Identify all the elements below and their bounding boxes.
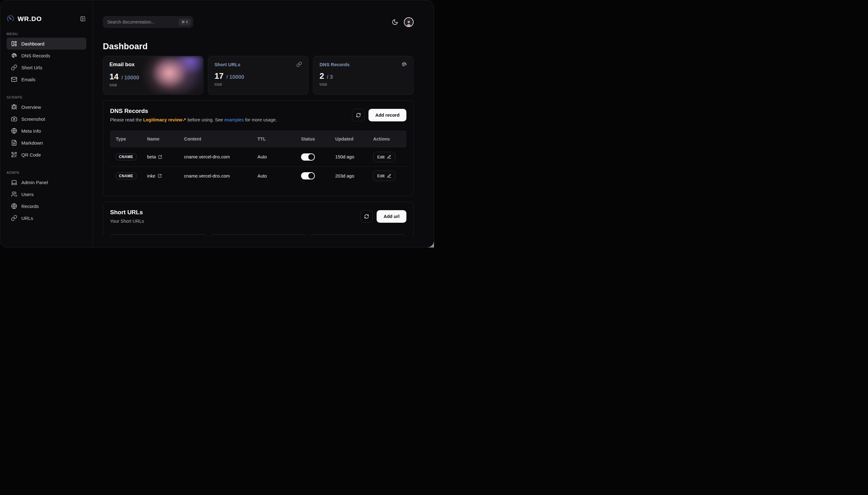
arrow-up-right-icon: ↗ [183, 117, 186, 122]
sidebar-item-label: DNS Records [21, 53, 50, 58]
sidebar-item-records[interactable]: Records [6, 200, 86, 212]
nav-section-label: SCRAPE [6, 95, 86, 99]
pencil-icon [387, 174, 392, 178]
sidebar-item-urls[interactable]: URLs [6, 212, 86, 224]
nav-section-label: MENU [6, 32, 86, 36]
sidebar-item-screenshot[interactable]: Screenshot [6, 113, 86, 125]
table-row: CNAME inke cname.vercel-dns.com Auto 203… [110, 166, 406, 185]
stat-card-dns-records: DNS Records 2 / 3 total [313, 56, 414, 95]
stat-card-title: DNS Records [319, 62, 350, 67]
camera-icon [11, 116, 17, 122]
sidebar-item-users[interactable]: Users [6, 188, 86, 200]
dns-records-section: DNS Records Please read the Legitimacy r… [103, 100, 414, 196]
add-record-button[interactable]: Add record [368, 109, 406, 121]
examples-link[interactable]: examples [224, 117, 244, 122]
file-text-icon [11, 140, 17, 146]
sidebar-item-label: Meta Info [21, 128, 41, 134]
sidebar-nav: MENU Dashboard DNS Records Short Urls Em… [6, 22, 86, 224]
sidebar-item-label: Admin Panel [21, 180, 48, 185]
app-window: WR.DO MENU Dashboard DNS Records Short U… [0, 0, 434, 248]
panel-left-close-icon [80, 16, 86, 22]
sidebar-item-label: QR Code [21, 152, 41, 157]
url-filters-row [110, 234, 406, 237]
add-url-button[interactable]: Add url [377, 210, 406, 223]
sidebar-item-label: Overview [21, 104, 41, 110]
external-link-icon[interactable] [158, 174, 162, 178]
search-input[interactable]: Search documentation... ⌘ K [103, 16, 193, 28]
link-icon [11, 64, 17, 71]
column-header-ttl: TTL [258, 136, 301, 141]
edit-button-label: Edit [377, 173, 384, 178]
status-toggle[interactable] [301, 172, 315, 180]
stat-limit: / 3 [327, 74, 333, 80]
record-name[interactable]: inke [147, 173, 156, 178]
sidebar-item-qr-code[interactable]: QR Code [6, 149, 86, 160]
sidebar-item-markdown[interactable]: Markdown [6, 137, 86, 149]
sidebar-item-dns-records[interactable]: DNS Records [6, 50, 86, 62]
main-scroll-area: Search documentation... ⌘ K Dashboard Em… [93, 0, 434, 237]
search-placeholder: Search documentation... [107, 19, 176, 24]
refresh-icon [356, 113, 361, 118]
page-title: Dashboard [103, 42, 414, 51]
dns-section-title: DNS Records [110, 107, 277, 115]
sidebar-item-label: Markdown [21, 140, 43, 146]
sidebar-item-admin-panel[interactable]: Admin Panel [6, 176, 86, 188]
logo-row: WR.DO [6, 15, 86, 22]
stat-card-title: Email box [109, 62, 135, 68]
sidebar-item-short-urls[interactable]: Short Urls [6, 62, 86, 73]
record-name[interactable]: beta [147, 154, 156, 159]
edit-button-label: Edit [377, 155, 384, 159]
edit-record-button[interactable]: Edit [373, 171, 396, 181]
sidebar-item-emails[interactable]: Emails [6, 73, 86, 85]
edit-record-button[interactable]: Edit [373, 152, 396, 162]
stat-value: 2 [319, 71, 324, 81]
theme-toggle-button[interactable] [392, 19, 398, 25]
topbar: Search documentation... ⌘ K [103, 16, 414, 28]
stat-card-email-box: Email box 14 / 10000 total [103, 56, 204, 95]
user-avatar[interactable] [404, 17, 414, 27]
nav-section-label: ADMIN [6, 171, 86, 174]
record-ttl: Auto [258, 154, 301, 159]
sidebar-item-dashboard[interactable]: Dashboard [6, 38, 86, 50]
refresh-icon [364, 214, 369, 219]
sidebar-collapse-button[interactable] [79, 15, 86, 22]
record-updated: 150d ago [335, 154, 373, 159]
refresh-urls-button[interactable] [360, 210, 373, 223]
globe-icon [11, 203, 17, 209]
sidebar-item-label: URLs [21, 216, 33, 221]
globe-lock-icon [401, 62, 407, 67]
topbar-actions [392, 17, 414, 27]
short-urls-title: Short URLs [110, 209, 144, 216]
sidebar-item-meta-info[interactable]: Meta Info [6, 125, 86, 137]
record-content: cname.vercel-dns.com [184, 173, 258, 178]
column-header-content: Content [184, 136, 258, 141]
sidebar-item-label: Dashboard [21, 41, 44, 47]
dns-records-table: Type Name Content TTL Status Updated Act… [110, 131, 406, 185]
search-by-target-input[interactable] [210, 234, 306, 237]
legitimacy-review-link[interactable]: Legitimacy review [143, 117, 183, 122]
external-link-icon[interactable] [158, 155, 162, 159]
users-icon [11, 191, 17, 197]
search-by-slug-input[interactable] [110, 234, 207, 237]
record-content: cname.vercel-dns.com [184, 154, 258, 159]
table-header-row: Type Name Content TTL Status Updated Act… [110, 131, 406, 148]
column-header-status: Status [301, 136, 335, 141]
search-by-user-name-input[interactable] [310, 234, 406, 237]
sidebar-item-label: Users [21, 192, 34, 197]
sidebar-item-label: Short Urls [21, 65, 42, 70]
stat-cards-row: Email box 14 / 10000 total Short URLs 17 [103, 56, 414, 95]
refresh-records-button[interactable] [352, 109, 365, 121]
globe-lock-icon [11, 52, 17, 59]
dns-section-description: Please read the Legitimacy review↗ befor… [110, 117, 277, 122]
sidebar-item-label: Records [21, 204, 39, 209]
status-toggle[interactable] [301, 153, 315, 160]
column-header-name: Name [147, 136, 184, 141]
pencil-icon [387, 155, 392, 159]
short-urls-subtitle: Your Short URLs [110, 219, 144, 224]
sidebar-item-overview[interactable]: Overview [6, 101, 86, 113]
stat-card-title: Short URLs [214, 62, 241, 67]
globe-icon [11, 128, 17, 134]
mail-icon [11, 76, 17, 83]
sidebar-item-label: Emails [21, 77, 35, 82]
stat-limit: / 10000 [121, 75, 139, 81]
